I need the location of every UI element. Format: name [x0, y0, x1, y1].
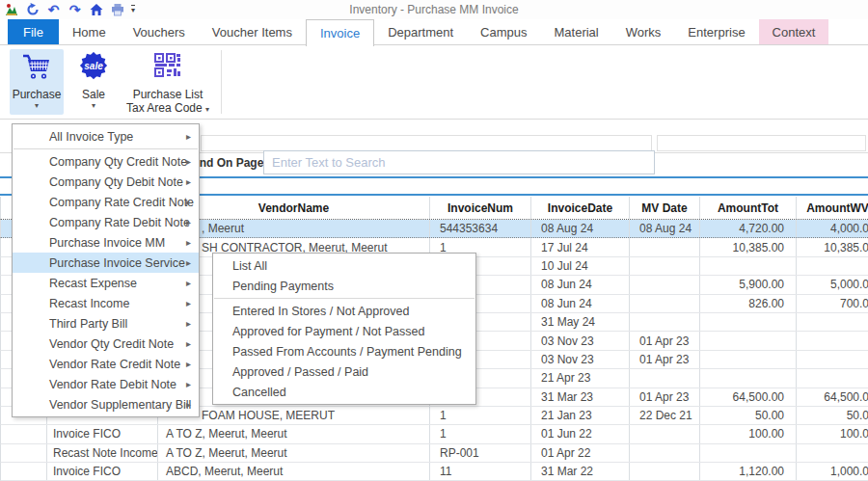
cell-amount-tot: 100.00	[700, 425, 797, 442]
purchase-dropdown-menu: All Invoice Type▸Company Qty Credit Note…	[12, 123, 200, 417]
tab-invoice[interactable]: Invoice	[306, 19, 374, 46]
menu-item-label: Approved / Passed / Paid	[232, 365, 368, 379]
submenu-item-approved-passed-paid[interactable]: Approved / Passed / Paid	[213, 361, 475, 382]
tab-department[interactable]: Department	[374, 19, 467, 44]
menu-item-vendor-rate-credit-note[interactable]: Vendor Rate Credit Note▸	[13, 354, 199, 374]
menu-item-label: Purchase Invoice MM	[49, 236, 165, 250]
cell-vendor-name: A TO Z, Meerut, Meerut	[158, 425, 430, 442]
menu-item-label: List All	[232, 259, 267, 273]
cell-mv-date	[630, 463, 700, 480]
cell-invoice-date: 08 Jun 24	[531, 295, 630, 312]
menu-item-label: Company Qty Credit Note	[49, 155, 187, 169]
menu-item-label: All Invoice Type	[49, 130, 133, 144]
filter-box-left[interactable]	[201, 135, 652, 151]
submenu-arrow-icon: ▸	[186, 278, 191, 288]
cell-amount-wv	[797, 351, 868, 368]
cell-amount-tot: 4,720.00	[700, 220, 797, 237]
submenu-item-list-all[interactable]: List All	[213, 255, 475, 276]
tab-context[interactable]: Context	[759, 19, 829, 44]
cell-amount-tot	[700, 351, 797, 368]
tab-voucher-items[interactable]: Voucher Items	[199, 19, 306, 44]
invoice-status-submenu: List AllPending PaymentsEntered In Store…	[212, 253, 476, 405]
cell-amount-wv: 100.0	[797, 425, 868, 442]
cell-invoice-type: Recast Note Income	[47, 444, 158, 462]
table-row[interactable]: Recast Note IncomeA TO Z, Meerut, Meerut…	[0, 444, 868, 463]
menu-item-all-invoice-type[interactable]: All Invoice Type▸	[13, 126, 199, 147]
menu-item-label: Company Qty Debit Note	[49, 175, 183, 189]
cell-invoice-date: 01 Apr 22	[531, 444, 630, 462]
cell-indicator	[1, 463, 47, 480]
submenu-arrow-icon: ▸	[186, 156, 191, 167]
header-mv-date[interactable]: MV Date	[630, 197, 700, 219]
chevron-down-icon: ▾	[35, 102, 39, 110]
menu-item-vendor-rate-debit-note[interactable]: Vendor Rate Debit Note▸	[13, 374, 199, 394]
menu-item-purchase-invoice-mm[interactable]: Purchase Invoice MM▸	[13, 232, 199, 253]
menu-item-label: Purchase Invoice Service	[49, 256, 185, 270]
menu-item-company-qty-debit-note[interactable]: Company Qty Debit Note▸	[13, 172, 199, 192]
tab-material[interactable]: Material	[541, 19, 612, 44]
ribbon-content: Purchase ▾ sale Sale ▾	[0, 45, 868, 120]
submenu-item-passed-from-accounts-payment-pending[interactable]: Passed From Accounts / Payment Pending	[213, 341, 475, 361]
tab-enterprise[interactable]: Enterprise	[674, 19, 758, 44]
menu-item-vendor-supplementary-bill[interactable]: Vendor Supplementary Bill▸	[13, 394, 199, 414]
cell-amount-tot	[700, 313, 797, 331]
menu-item-company-rate-debit-note[interactable]: Company Rate Debit Note▸	[13, 212, 199, 232]
header-invoice-num[interactable]: InvoiceNum	[430, 197, 531, 219]
cell-amount-wv: 4,000.0	[797, 220, 868, 237]
cell-invoice-date: 08 Jun 24	[531, 276, 630, 293]
menu-separator	[14, 148, 198, 149]
tab-file[interactable]: File	[8, 19, 59, 44]
ribbon-tab-row: FileHomeVouchersVoucher ItemsInvoiceDepa…	[0, 19, 868, 45]
menu-item-company-qty-credit-note[interactable]: Company Qty Credit Note▸	[13, 151, 199, 172]
menu-item-third-party-bill[interactable]: Third Party Bill▸	[13, 313, 199, 334]
cell-invoice-date: 01 Jun 22	[531, 425, 630, 442]
tab-home[interactable]: Home	[59, 19, 120, 44]
cell-mv-date: 22 Dec 21	[630, 407, 700, 424]
cell-amount-tot: 1,120.00	[700, 463, 797, 480]
search-input[interactable]	[263, 150, 655, 174]
menu-item-recast-income[interactable]: Recast Income▸	[13, 293, 199, 313]
menu-item-purchase-invoice-service[interactable]: Purchase Invoice Service▸	[13, 253, 199, 273]
menu-item-label: Cancelled	[232, 386, 286, 399]
submenu-arrow-icon: ▸	[186, 298, 191, 308]
cell-invoice-num: 11	[430, 463, 531, 480]
cell-amount-tot	[700, 257, 797, 275]
filter-box-right[interactable]	[657, 135, 866, 151]
menu-item-label: Recast Expense	[49, 277, 137, 290]
cell-invoice-date: 21 Jan 23	[531, 407, 630, 424]
menu-item-label: Entered In Stores / Not Approved	[232, 305, 409, 318]
cell-invoice-date: 03 Nov 23	[531, 351, 630, 368]
cell-amount-tot: 10,385.00	[700, 238, 797, 255]
menu-item-recast-expense[interactable]: Recast Expense▸	[13, 273, 199, 293]
submenu-item-cancelled[interactable]: Cancelled	[213, 382, 475, 402]
tab-vouchers[interactable]: Vouchers	[120, 19, 199, 44]
submenu-item-approved-for-payment-not-passed[interactable]: Approved for Payment / Not Passed	[213, 321, 475, 341]
header-invoice-date[interactable]: InvoiceDate	[531, 197, 630, 219]
cell-amount-wv	[797, 369, 868, 387]
menu-item-company-rate-credit-note[interactable]: Company Rate Credit Note▸	[13, 192, 199, 212]
header-amount-tot[interactable]: AmountTot	[700, 197, 797, 219]
tab-campus[interactable]: Campus	[467, 19, 540, 44]
menu-item-label: Company Rate Debit Note	[49, 216, 190, 229]
submenu-item-pending-payments[interactable]: Pending Payments	[213, 276, 475, 296]
purchase-button-label: Purchase	[13, 88, 62, 101]
cell-invoice-date: 31 Mar 23	[531, 388, 630, 406]
table-row[interactable]: Invoice FICOABCD, Meerut, Meerut1131 Mar…	[0, 463, 868, 481]
cell-amount-wv	[797, 444, 868, 462]
chevron-down-icon: ▾	[205, 105, 209, 114]
tab-works[interactable]: Works	[612, 19, 675, 44]
purchase-button[interactable]: Purchase ▾	[10, 49, 64, 115]
submenu-item-entered-in-stores-not-approved[interactable]: Entered In Stores / Not Approved	[213, 301, 475, 321]
menu-item-label: Recast Income	[49, 297, 129, 310]
cell-mv-date	[630, 369, 700, 387]
menu-item-vendor-qty-credit-note[interactable]: Vendor Qty Credit Note▸	[13, 334, 199, 354]
table-row[interactable]: Invoice FICOA TO Z, Meerut, Meerut101 Ju…	[0, 425, 868, 443]
cell-mv-date: 01 Apr 23	[630, 351, 700, 368]
purchase-list-tax-area-code-button[interactable]: Purchase List Tax Area Code ▾	[122, 49, 214, 115]
header-amount-wv[interactable]: AmountWV	[797, 197, 868, 219]
sale-button[interactable]: sale Sale ▾	[69, 49, 118, 115]
cell-amount-wv: 64,500.0	[797, 388, 868, 406]
cell-amount-wv: 50.0	[797, 407, 868, 424]
cell-invoice-date: 10 Jul 24	[531, 257, 630, 275]
purchase-list-label-line2: Tax Area Code ▾	[126, 101, 209, 115]
